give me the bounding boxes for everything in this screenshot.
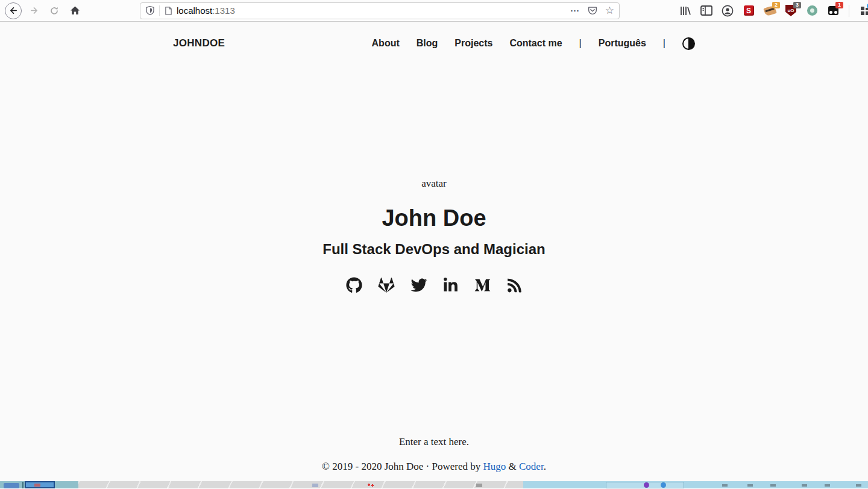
nav-language-portugues[interactable]: Português — [599, 38, 646, 49]
taskbar-dash — [856, 484, 861, 487]
gitlab-icon — [378, 277, 395, 293]
account-icon[interactable] — [721, 4, 734, 17]
copyright-line: © 2019 - 2020 John Doe · Powered by Hugo… — [0, 461, 868, 473]
coder-link[interactable]: Coder — [519, 461, 544, 472]
sidebar-icon — [700, 5, 712, 16]
avatar-broken-image: avatar — [0, 178, 868, 190]
site-logo[interactable]: JOHNDOE — [173, 37, 225, 49]
linkedin-link[interactable] — [443, 278, 458, 293]
github-icon — [346, 277, 362, 293]
taskbar-purple-circle-icon[interactable] — [644, 482, 649, 488]
ublock-badge: 3 — [793, 2, 801, 8]
linkedin-icon — [443, 278, 458, 293]
footer-blurb: Enter a text here. — [0, 436, 868, 448]
taskbar-dash — [802, 484, 807, 487]
twitter-link[interactable] — [410, 277, 427, 293]
copyright-text: © 2019 - 2020 John Doe · Powered by — [322, 461, 483, 472]
taskbar-mark — [476, 484, 482, 487]
hero-name: John Doe — [0, 205, 868, 231]
reload-button[interactable] — [46, 2, 63, 19]
dark-mode-toggle-icon[interactable] — [682, 37, 695, 50]
webpage: JOHNDOE About Blog Projects Contact me |… — [0, 22, 868, 481]
hugo-link[interactable]: Hugo — [483, 461, 506, 472]
home-icon — [70, 5, 80, 16]
notifier-badge: 1 — [835, 2, 843, 8]
taskbar-blue-circle-icon[interactable] — [661, 482, 666, 488]
taskbar-mark — [312, 484, 318, 487]
taskbar-red-dots — [368, 484, 374, 487]
social-links — [0, 277, 868, 293]
back-button[interactable] — [5, 2, 22, 19]
page-actions-icon[interactable]: ⋯ — [570, 5, 580, 16]
os-taskbar[interactable] — [0, 481, 868, 488]
notifier-extension-icon[interactable]: 1 — [826, 4, 840, 17]
taskbar-dash — [747, 484, 753, 487]
taskbar-divider — [22, 482, 24, 488]
tracking-protection-shield-icon[interactable] — [145, 5, 155, 16]
reload-icon — [49, 6, 59, 16]
pocket-icon[interactable] — [587, 5, 598, 16]
ublock-origin-extension-icon[interactable]: uO 3 — [784, 4, 797, 17]
green-circle-extension-icon[interactable] — [805, 4, 819, 17]
url-port: :1313 — [212, 5, 235, 16]
rss-link[interactable] — [507, 278, 522, 293]
home-button[interactable] — [66, 2, 83, 19]
taskbar-start-blob[interactable] — [4, 483, 19, 488]
github-link[interactable] — [346, 277, 362, 293]
taskbar-active-window-button[interactable] — [25, 481, 55, 488]
nav-projects[interactable]: Projects — [454, 38, 492, 49]
copyright-period: . — [544, 461, 546, 472]
privacy-badger-extension-icon[interactable]: 2 — [763, 4, 776, 17]
hero-section: avatar John Doe Full Stack DevOps and Ma… — [0, 178, 868, 293]
nav-separator: | — [579, 38, 582, 49]
medium-icon — [474, 277, 491, 293]
browser-toolbar: localhost:1313 ⋯ ☆ — [0, 0, 868, 22]
taskbar-dash — [825, 484, 830, 487]
toolbar-extension-area: S 2 uO 3 1 — [679, 4, 868, 17]
s-glyph: S — [744, 5, 754, 16]
nav-about[interactable]: About — [372, 38, 400, 49]
sidebar-toggle-icon[interactable] — [700, 4, 713, 17]
hero-tagline: Full Stack DevOps and Magician — [0, 241, 868, 258]
library-books-icon — [679, 5, 691, 16]
nav-contact[interactable]: Contact me — [509, 38, 562, 49]
url-host: localhost — [177, 5, 212, 16]
green-ring-icon — [807, 5, 817, 16]
arrow-right-icon — [30, 6, 39, 15]
nav-separator: | — [663, 38, 665, 49]
url-text[interactable]: localhost:1313 — [177, 5, 570, 16]
site-footer: Enter a text here. © 2019 - 2020 John Do… — [0, 436, 868, 481]
nav-blog[interactable]: Blog — [417, 38, 438, 49]
privacy-badger-badge: 2 — [772, 2, 780, 8]
gitlab-link[interactable] — [378, 277, 395, 293]
forward-button[interactable] — [25, 2, 42, 19]
taskbar-dash — [722, 484, 728, 487]
main-nav: About Blog Projects Contact me | Portugu… — [372, 37, 695, 50]
url-bar[interactable]: localhost:1313 ⋯ ☆ — [140, 2, 620, 19]
library-icon[interactable] — [679, 4, 692, 17]
site-header: JOHNDOE About Blog Projects Contact me |… — [173, 31, 695, 56]
medium-link[interactable] — [474, 277, 491, 293]
arrow-left-icon — [9, 6, 18, 15]
taskbar-gray-segment — [78, 481, 523, 488]
toolbar-separator — [849, 5, 849, 17]
urlbar-separator — [159, 5, 160, 16]
twitter-icon — [410, 277, 427, 293]
grid-blocks-icon — [860, 6, 868, 16]
person-circle-icon — [722, 5, 734, 17]
page-info-icon[interactable] — [164, 6, 173, 16]
bookmark-star-icon[interactable]: ☆ — [605, 5, 614, 16]
taskbar-dash — [770, 484, 776, 487]
taskbar-blue-segment — [523, 481, 868, 488]
rss-icon — [507, 278, 522, 293]
shortkeys-extension-icon[interactable]: S — [742, 4, 755, 17]
copyright-joiner: & — [506, 461, 519, 472]
grid-extension-icon[interactable] — [858, 4, 868, 17]
